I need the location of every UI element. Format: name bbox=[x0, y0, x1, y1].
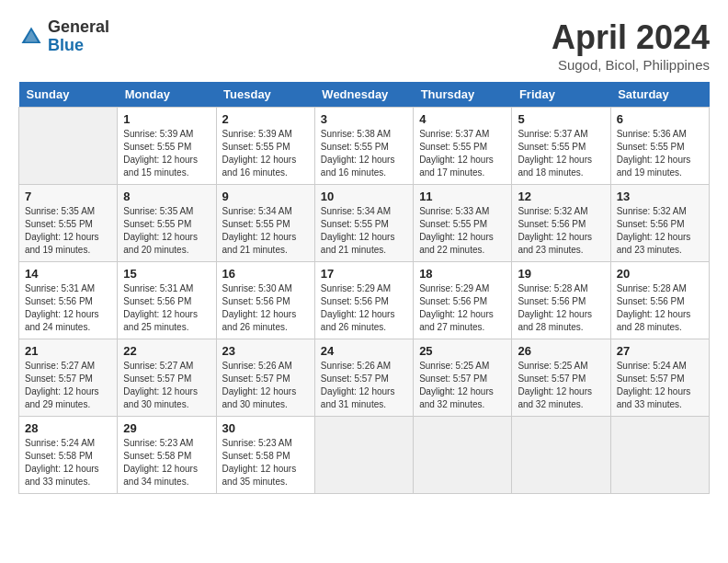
calendar-week-row: 21Sunrise: 5:27 AMSunset: 5:57 PMDayligh… bbox=[19, 339, 710, 417]
weekday-header: Thursday bbox=[414, 82, 512, 108]
calendar-day-cell: 16Sunrise: 5:30 AMSunset: 5:56 PMDayligh… bbox=[216, 262, 314, 339]
logo-general: General bbox=[48, 18, 109, 37]
day-info: Sunrise: 5:27 AMSunset: 5:57 PMDaylight:… bbox=[123, 360, 210, 411]
day-info: Sunrise: 5:35 AMSunset: 5:55 PMDaylight:… bbox=[123, 205, 210, 257]
day-number: 13 bbox=[617, 190, 703, 203]
day-info: Sunrise: 5:25 AMSunset: 5:57 PMDaylight:… bbox=[518, 360, 604, 411]
day-number: 14 bbox=[25, 267, 111, 281]
day-info: Sunrise: 5:34 AMSunset: 5:55 PMDaylight:… bbox=[222, 205, 309, 257]
day-number: 24 bbox=[321, 344, 407, 358]
logo-text: General Blue bbox=[48, 18, 109, 55]
day-number: 11 bbox=[419, 190, 506, 203]
day-number: 9 bbox=[222, 190, 309, 203]
calendar-day-cell: 15Sunrise: 5:31 AMSunset: 5:56 PMDayligh… bbox=[118, 262, 216, 339]
day-number: 15 bbox=[123, 267, 210, 281]
weekday-header: Wednesday bbox=[314, 82, 413, 108]
day-number: 8 bbox=[123, 190, 210, 203]
day-info: Sunrise: 5:37 AMSunset: 5:55 PMDaylight:… bbox=[419, 128, 506, 179]
calendar-day-cell: 6Sunrise: 5:36 AMSunset: 5:55 PMDaylight… bbox=[610, 108, 709, 185]
day-number: 3 bbox=[321, 112, 407, 126]
day-info: Sunrise: 5:33 AMSunset: 5:55 PMDaylight:… bbox=[419, 205, 506, 257]
day-number: 6 bbox=[617, 112, 703, 126]
calendar-day-cell bbox=[19, 108, 118, 185]
calendar-day-cell: 26Sunrise: 5:25 AMSunset: 5:57 PMDayligh… bbox=[512, 339, 610, 417]
day-number: 1 bbox=[123, 112, 210, 126]
weekday-header: Tuesday bbox=[216, 82, 314, 108]
day-info: Sunrise: 5:23 AMSunset: 5:58 PMDaylight:… bbox=[222, 437, 309, 488]
calendar-day-cell: 21Sunrise: 5:27 AMSunset: 5:57 PMDayligh… bbox=[19, 339, 118, 417]
day-number: 18 bbox=[419, 267, 506, 281]
day-number: 22 bbox=[123, 344, 210, 358]
day-number: 21 bbox=[25, 344, 111, 358]
calendar-day-cell: 8Sunrise: 5:35 AMSunset: 5:55 PMDaylight… bbox=[118, 185, 216, 262]
day-info: Sunrise: 5:39 AMSunset: 5:55 PMDaylight:… bbox=[123, 128, 210, 179]
calendar-day-cell: 3Sunrise: 5:38 AMSunset: 5:55 PMDaylight… bbox=[314, 108, 413, 185]
calendar-day-cell: 1Sunrise: 5:39 AMSunset: 5:55 PMDaylight… bbox=[118, 108, 216, 185]
day-number: 23 bbox=[222, 344, 309, 358]
day-number: 19 bbox=[518, 267, 604, 281]
weekday-header: Monday bbox=[118, 82, 216, 108]
day-info: Sunrise: 5:36 AMSunset: 5:55 PMDaylight:… bbox=[617, 128, 703, 179]
logo-blue: Blue bbox=[48, 37, 109, 55]
day-number: 29 bbox=[123, 421, 210, 435]
page-header: General Blue April 2024 Sugod, Bicol, Ph… bbox=[18, 18, 710, 73]
calendar-day-cell: 7Sunrise: 5:35 AMSunset: 5:55 PMDaylight… bbox=[19, 185, 118, 262]
day-info: Sunrise: 5:25 AMSunset: 5:57 PMDaylight:… bbox=[419, 360, 506, 411]
calendar-table: SundayMondayTuesdayWednesdayThursdayFrid… bbox=[18, 82, 710, 494]
day-number: 25 bbox=[419, 344, 506, 358]
title-block: April 2024 Sugod, Bicol, Philippines bbox=[552, 18, 710, 73]
day-info: Sunrise: 5:26 AMSunset: 5:57 PMDaylight:… bbox=[222, 360, 309, 411]
day-info: Sunrise: 5:23 AMSunset: 5:58 PMDaylight:… bbox=[123, 437, 210, 488]
calendar-day-cell: 23Sunrise: 5:26 AMSunset: 5:57 PMDayligh… bbox=[216, 339, 314, 417]
calendar-week-row: 1Sunrise: 5:39 AMSunset: 5:55 PMDaylight… bbox=[19, 108, 710, 185]
calendar-day-cell: 12Sunrise: 5:32 AMSunset: 5:56 PMDayligh… bbox=[512, 185, 610, 262]
day-number: 4 bbox=[419, 112, 506, 126]
calendar-day-cell: 22Sunrise: 5:27 AMSunset: 5:57 PMDayligh… bbox=[118, 339, 216, 417]
day-info: Sunrise: 5:31 AMSunset: 5:56 PMDaylight:… bbox=[123, 282, 210, 334]
calendar-day-cell bbox=[610, 417, 709, 494]
calendar-day-cell: 14Sunrise: 5:31 AMSunset: 5:56 PMDayligh… bbox=[19, 262, 118, 339]
day-info: Sunrise: 5:34 AMSunset: 5:55 PMDaylight:… bbox=[321, 205, 407, 257]
day-info: Sunrise: 5:24 AMSunset: 5:57 PMDaylight:… bbox=[617, 360, 703, 411]
day-number: 7 bbox=[25, 190, 111, 203]
calendar-day-cell: 18Sunrise: 5:29 AMSunset: 5:56 PMDayligh… bbox=[414, 262, 512, 339]
calendar-week-row: 28Sunrise: 5:24 AMSunset: 5:58 PMDayligh… bbox=[19, 417, 710, 494]
day-info: Sunrise: 5:26 AMSunset: 5:57 PMDaylight:… bbox=[321, 360, 407, 411]
day-number: 2 bbox=[222, 112, 309, 126]
day-info: Sunrise: 5:28 AMSunset: 5:56 PMDaylight:… bbox=[518, 282, 604, 334]
weekday-header: Friday bbox=[512, 82, 610, 108]
logo: General Blue bbox=[18, 18, 109, 55]
day-info: Sunrise: 5:39 AMSunset: 5:55 PMDaylight:… bbox=[222, 128, 309, 179]
calendar-day-cell: 25Sunrise: 5:25 AMSunset: 5:57 PMDayligh… bbox=[414, 339, 512, 417]
day-number: 16 bbox=[222, 267, 309, 281]
calendar-day-cell: 2Sunrise: 5:39 AMSunset: 5:55 PMDaylight… bbox=[216, 108, 314, 185]
calendar-day-cell bbox=[512, 417, 610, 494]
day-info: Sunrise: 5:24 AMSunset: 5:58 PMDaylight:… bbox=[25, 437, 111, 488]
day-info: Sunrise: 5:38 AMSunset: 5:55 PMDaylight:… bbox=[321, 128, 407, 179]
weekday-header: Saturday bbox=[610, 82, 709, 108]
calendar-day-cell: 4Sunrise: 5:37 AMSunset: 5:55 PMDaylight… bbox=[414, 108, 512, 185]
day-info: Sunrise: 5:31 AMSunset: 5:56 PMDaylight:… bbox=[25, 282, 111, 334]
weekday-header: Sunday bbox=[19, 82, 118, 108]
location-subtitle: Sugod, Bicol, Philippines bbox=[552, 57, 710, 73]
calendar-week-row: 14Sunrise: 5:31 AMSunset: 5:56 PMDayligh… bbox=[19, 262, 710, 339]
calendar-day-cell: 24Sunrise: 5:26 AMSunset: 5:57 PMDayligh… bbox=[314, 339, 413, 417]
calendar-day-cell bbox=[414, 417, 512, 494]
day-number: 12 bbox=[518, 190, 604, 203]
calendar-day-cell: 30Sunrise: 5:23 AMSunset: 5:58 PMDayligh… bbox=[216, 417, 314, 494]
day-number: 10 bbox=[321, 190, 407, 203]
calendar-day-cell: 19Sunrise: 5:28 AMSunset: 5:56 PMDayligh… bbox=[512, 262, 610, 339]
day-info: Sunrise: 5:29 AMSunset: 5:56 PMDaylight:… bbox=[321, 282, 407, 334]
day-info: Sunrise: 5:27 AMSunset: 5:57 PMDaylight:… bbox=[25, 360, 111, 411]
calendar-header-row: SundayMondayTuesdayWednesdayThursdayFrid… bbox=[19, 82, 710, 108]
calendar-day-cell: 17Sunrise: 5:29 AMSunset: 5:56 PMDayligh… bbox=[314, 262, 413, 339]
day-number: 5 bbox=[518, 112, 604, 126]
day-number: 17 bbox=[321, 267, 407, 281]
calendar-day-cell: 27Sunrise: 5:24 AMSunset: 5:57 PMDayligh… bbox=[610, 339, 709, 417]
day-info: Sunrise: 5:37 AMSunset: 5:55 PMDaylight:… bbox=[518, 128, 604, 179]
day-info: Sunrise: 5:32 AMSunset: 5:56 PMDaylight:… bbox=[617, 205, 703, 257]
calendar-day-cell bbox=[314, 417, 413, 494]
day-info: Sunrise: 5:35 AMSunset: 5:55 PMDaylight:… bbox=[25, 205, 111, 257]
day-info: Sunrise: 5:30 AMSunset: 5:56 PMDaylight:… bbox=[222, 282, 309, 334]
calendar-day-cell: 13Sunrise: 5:32 AMSunset: 5:56 PMDayligh… bbox=[610, 185, 709, 262]
